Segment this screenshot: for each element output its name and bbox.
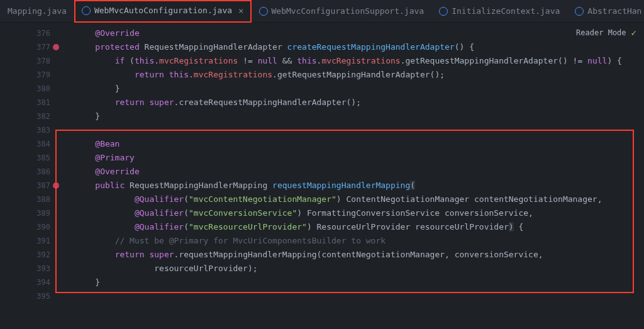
line-number: 376 <box>0 26 50 40</box>
line-number: 380 <box>0 82 50 96</box>
code-line: return super.createRequestMappingHandler… <box>75 96 644 109</box>
line-number: 379 <box>0 68 50 82</box>
code-line: public RequestMappingHandlerMapping requ… <box>75 179 644 192</box>
line-number: 394 <box>0 276 50 289</box>
code-line: @Qualifier("mvcResourceUrlProvider") Res… <box>75 220 644 234</box>
line-number: 385 <box>0 151 50 165</box>
line-number: 384 <box>0 137 50 151</box>
code-line: @Qualifier("mvcContentNegotiationManager… <box>75 192 644 206</box>
line-number: 383 <box>0 123 50 137</box>
tab-webmvc-autoconfig[interactable]: WebMvcAutoConfiguration.java × <box>74 0 252 23</box>
code-line: @Qualifier("mvcConversionService") Forma… <box>75 206 644 220</box>
code-line: if (this.mvcRegistrations != null && thi… <box>75 54 644 68</box>
code-line: } <box>75 276 644 289</box>
line-number-gutter: 376 377 378 379 380 381 382 383 384 385 … <box>0 23 63 329</box>
tab-initialize-context[interactable]: InitializeContext.java <box>431 0 567 23</box>
java-interface-icon <box>439 7 448 16</box>
tab-label: AbstractHan <box>587 6 641 16</box>
tab-label: Mapping.java <box>8 6 67 16</box>
line-number: 391 <box>0 234 50 248</box>
tab-mapping[interactable]: Mapping.java <box>0 0 74 23</box>
code-line: @Override <box>75 165 644 179</box>
code-line: @Bean <box>75 137 644 151</box>
line-number: 386 <box>0 165 50 179</box>
line-number: 392 <box>0 248 50 262</box>
code-line: return this.mvcRegistrations.getRequestM… <box>75 68 644 82</box>
line-number: 388 <box>0 192 50 206</box>
tab-webmvc-configsupport[interactable]: WebMvcConfigurationSupport.java <box>252 0 432 23</box>
line-number: 390 <box>0 220 50 234</box>
line-number: 381 <box>0 96 50 109</box>
java-interface-icon <box>575 7 584 16</box>
code-content[interactable]: @Override protected RequestMappingHandle… <box>63 23 644 329</box>
code-line: @Primary <box>75 151 644 165</box>
code-line <box>75 289 644 303</box>
code-line: } <box>75 109 644 123</box>
code-line: return super.requestMappingHandlerMappin… <box>75 248 644 262</box>
line-number: 389 <box>0 206 50 220</box>
tab-label: WebMvcAutoConfiguration.java <box>94 6 232 15</box>
code-line: resourceUrlProvider); <box>75 262 644 276</box>
tab-label: WebMvcConfigurationSupport.java <box>272 6 425 16</box>
line-number: 393 <box>0 262 50 276</box>
close-icon[interactable]: × <box>238 6 243 16</box>
line-number: 395 <box>0 289 50 303</box>
line-number: 377 <box>0 40 50 54</box>
line-number: 378 <box>0 54 50 68</box>
code-editor[interactable]: Reader Mode ✓ 376 377 378 379 380 381 38… <box>0 23 644 329</box>
editor-tabs: Mapping.java WebMvcAutoConfiguration.jav… <box>0 0 644 23</box>
code-line: } <box>75 82 644 96</box>
line-number: 382 <box>0 109 50 123</box>
code-line: @Override <box>75 26 644 40</box>
code-line <box>75 123 644 137</box>
tab-abstract-handler[interactable]: AbstractHan <box>567 0 644 23</box>
line-number: 387 <box>0 179 50 192</box>
code-line: protected RequestMappingHandlerAdapter c… <box>75 40 644 54</box>
java-interface-icon <box>259 7 268 16</box>
tab-label: InitializeContext.java <box>452 6 560 16</box>
code-line: // Must be @Primary for MvcUriComponents… <box>75 234 644 248</box>
java-interface-icon <box>82 6 91 15</box>
